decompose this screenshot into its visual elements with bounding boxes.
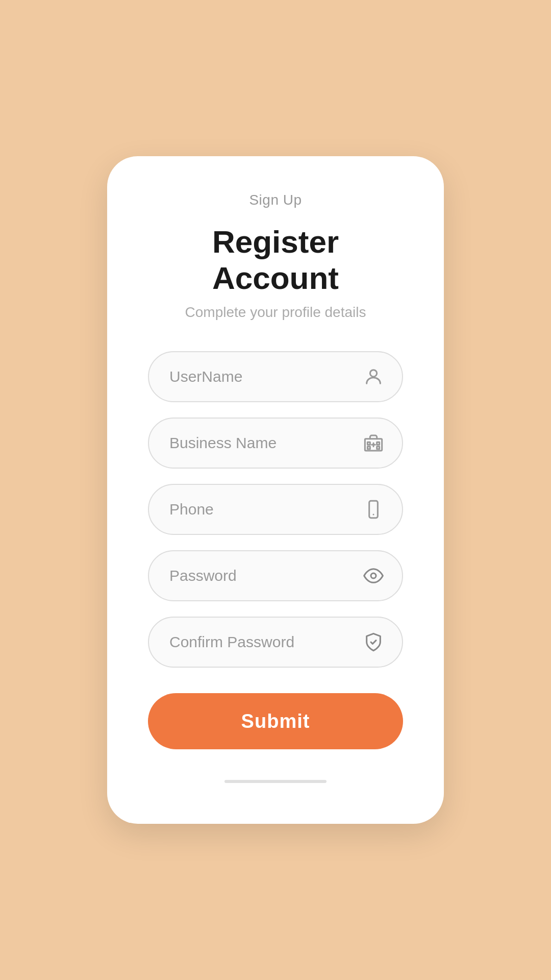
eye-icon[interactable] bbox=[362, 565, 385, 587]
bottom-indicator bbox=[224, 780, 327, 783]
svg-rect-6 bbox=[367, 447, 370, 449]
page-subtitle: Complete your profile details bbox=[185, 304, 366, 321]
svg-rect-8 bbox=[369, 501, 378, 518]
business-name-wrapper bbox=[148, 418, 403, 469]
svg-rect-5 bbox=[377, 442, 380, 445]
form-fields: Submit bbox=[148, 351, 403, 749]
business-icon bbox=[362, 432, 385, 454]
phone-icon bbox=[362, 498, 385, 521]
svg-point-0 bbox=[370, 370, 377, 377]
user-icon bbox=[362, 365, 385, 388]
sign-up-label: Sign Up bbox=[249, 192, 302, 208]
svg-point-10 bbox=[371, 573, 376, 578]
submit-button[interactable]: Submit bbox=[148, 693, 403, 749]
register-card: Sign Up Register Account Complete your p… bbox=[107, 156, 444, 824]
password-wrapper bbox=[148, 550, 403, 601]
page-title: Register Account bbox=[148, 224, 403, 296]
confirm-password-wrapper bbox=[148, 617, 403, 668]
username-wrapper bbox=[148, 351, 403, 402]
svg-rect-4 bbox=[367, 442, 370, 445]
shield-check-icon bbox=[362, 631, 385, 653]
svg-rect-7 bbox=[377, 447, 380, 449]
phone-wrapper bbox=[148, 484, 403, 535]
